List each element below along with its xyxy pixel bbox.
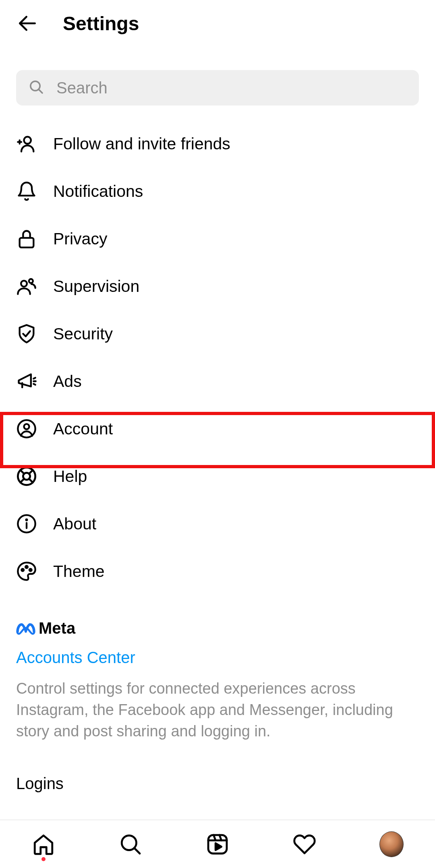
svg-line-19: [21, 479, 24, 482]
svg-line-2: [39, 89, 42, 93]
item-label: About: [53, 515, 96, 533]
svg-line-27: [135, 848, 140, 853]
nav-search[interactable]: [118, 832, 143, 856]
svg-line-18: [29, 470, 33, 474]
svg-point-13: [24, 424, 29, 429]
settings-item-theme[interactable]: Theme: [16, 548, 419, 595]
info-icon: [16, 513, 37, 534]
settings-item-account[interactable]: Account: [16, 405, 419, 453]
settings-item-notifications[interactable]: Notifications: [16, 167, 419, 215]
lifebuoy-icon: [16, 466, 37, 487]
back-button[interactable]: [16, 12, 39, 35]
nav-profile[interactable]: [379, 832, 404, 856]
page-title: Settings: [63, 12, 139, 35]
svg-line-16: [21, 470, 24, 474]
lock-icon: [16, 228, 37, 249]
megaphone-icon: [16, 371, 37, 392]
bottom-nav: [0, 820, 435, 868]
settings-item-ads[interactable]: Ads: [16, 358, 419, 405]
settings-item-about[interactable]: About: [16, 500, 419, 548]
nav-home[interactable]: [31, 832, 56, 856]
search-icon: [28, 79, 44, 97]
svg-rect-6: [20, 238, 34, 248]
item-label: Theme: [53, 562, 105, 581]
svg-line-11: [33, 384, 35, 385]
item-label: Security: [53, 324, 113, 343]
meta-description: Control settings for connected experienc…: [16, 678, 419, 742]
nav-activity[interactable]: [292, 832, 317, 856]
svg-point-7: [21, 281, 27, 287]
palette-icon: [16, 561, 37, 582]
item-label: Follow and invite friends: [53, 134, 230, 153]
logins-section-title: Logins: [16, 775, 419, 793]
item-label: Account: [53, 420, 113, 438]
settings-item-follow[interactable]: Follow and invite friends: [16, 120, 419, 167]
svg-point-3: [24, 137, 31, 144]
item-label: Supervision: [53, 277, 139, 296]
svg-point-8: [29, 279, 33, 283]
meta-logo: Meta: [16, 619, 419, 637]
svg-point-24: [25, 566, 28, 568]
shield-check-icon: [16, 323, 37, 344]
person-add-icon: [16, 133, 37, 154]
people-icon: [16, 276, 37, 297]
svg-point-25: [29, 569, 32, 571]
nav-home-notification-dot: [41, 857, 46, 861]
meta-brand-text: Meta: [39, 619, 75, 637]
settings-item-security[interactable]: Security: [16, 310, 419, 358]
item-label: Ads: [53, 372, 82, 391]
nav-reels[interactable]: [205, 832, 230, 856]
svg-marker-32: [215, 843, 222, 850]
item-label: Help: [53, 467, 87, 486]
svg-line-17: [29, 479, 33, 482]
svg-point-23: [21, 569, 24, 571]
svg-point-22: [26, 519, 27, 521]
item-label: Notifications: [53, 182, 143, 201]
item-label: Privacy: [53, 229, 107, 248]
settings-item-privacy[interactable]: Privacy: [16, 215, 419, 262]
account-circle-icon: [16, 418, 37, 439]
search-input[interactable]: [56, 79, 407, 97]
bell-icon: [16, 181, 37, 202]
profile-avatar: [379, 831, 404, 857]
search-box[interactable]: [16, 70, 419, 105]
accounts-center-link[interactable]: Accounts Center: [16, 649, 419, 667]
svg-line-9: [33, 378, 35, 378]
settings-item-help[interactable]: Help: [16, 453, 419, 500]
settings-item-supervision[interactable]: Supervision: [16, 262, 419, 310]
